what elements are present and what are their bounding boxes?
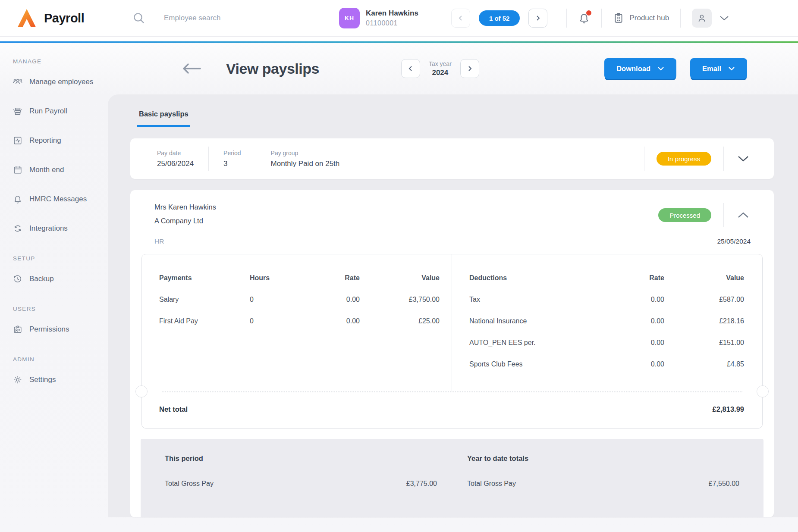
notifications-button[interactable] — [578, 12, 590, 24]
chart-icon — [13, 136, 22, 145]
payroll-logo-icon — [16, 8, 37, 28]
deduction-name: Sports Club Fees — [469, 354, 600, 375]
deduction-rate: 0.00 — [600, 310, 664, 332]
search-icon — [132, 11, 146, 25]
sidebar-item-hmrc-messages[interactable]: HMRC Messages — [13, 185, 108, 214]
bell-icon — [13, 194, 22, 204]
payment-value: £3,750.00 — [360, 289, 440, 310]
pager-count-pill: 1 of 52 — [479, 10, 520, 26]
top-nav-right: Product hub — [566, 9, 729, 28]
prev-employee-button[interactable] — [451, 9, 470, 28]
tab-basic-payslips[interactable]: Basic payslips — [137, 110, 190, 127]
net-total-row: Net total £2,813.99 — [142, 392, 762, 428]
sidebar-item-reporting[interactable]: Reporting — [13, 126, 108, 155]
sidebar-item-label: Manage employees — [29, 78, 93, 86]
tax-year-label: Tax year — [429, 60, 452, 67]
divider — [644, 147, 644, 171]
ticket-perforation — [142, 391, 762, 392]
status-badge-in-progress: In progress — [657, 152, 711, 166]
payslip-totals: This period Total Gross Pay £3,775.00 Ye… — [141, 439, 763, 517]
deduction-rate: 0.00 — [600, 354, 664, 375]
payslip-department: HR — [154, 238, 164, 245]
divider — [680, 9, 681, 28]
pay-date-label: Pay date — [157, 150, 194, 156]
this-period-title: This period — [165, 454, 437, 463]
tabs: Basic payslips — [130, 110, 774, 127]
sidebar-item-month-end[interactable]: Month end — [13, 155, 108, 185]
employee-number: 01100001 — [366, 19, 418, 27]
page-header: View payslips Tax year 2024 Downlo — [108, 43, 798, 94]
payslip-date: 25/05/2024 — [717, 238, 751, 245]
product-hub-button[interactable]: Product hub — [613, 13, 669, 24]
sidebar-item-settings[interactable]: Settings — [13, 365, 108, 394]
payslip-ticket: Payments Hours Rate Value Salary 0 0.00 … — [141, 254, 763, 429]
brand-name: Payroll — [44, 11, 84, 25]
sidebar-section-admin: ADMIN — [13, 356, 108, 363]
download-button[interactable]: Download — [604, 58, 676, 79]
deduction-value: £218.16 — [664, 310, 744, 332]
total-gross-pay-value: £3,775.00 — [406, 480, 437, 488]
pay-run-card: Pay date 25/06/2024 Period 3 Pay group M… — [130, 138, 774, 179]
deduction-value: £151.00 — [664, 332, 744, 354]
notification-dot — [586, 10, 591, 16]
payment-value: £25.00 — [360, 310, 440, 332]
payment-name: First Aid Pay — [159, 310, 250, 332]
pay-date-value: 25/06/2024 — [157, 160, 194, 168]
deduction-value: £4.85 — [664, 354, 744, 375]
sidebar-section-setup: SETUP — [13, 255, 108, 262]
total-gross-pay-label: Total Gross Pay — [165, 480, 214, 488]
sidebar-item-backup[interactable]: Backup — [13, 264, 108, 294]
sidebar-item-label: Integrations — [29, 224, 68, 233]
ytd-title: Year to date totals — [467, 454, 739, 463]
rate-header: Rate — [600, 267, 664, 289]
avatar: KH — [339, 8, 360, 28]
ticket-notch-right — [757, 385, 769, 397]
next-employee-button[interactable] — [528, 9, 547, 28]
sidebar-item-label: Reporting — [29, 136, 61, 145]
payments-table: Payments Hours Rate Value Salary 0 0.00 … — [159, 267, 440, 332]
product-hub-label: Product hub — [629, 14, 669, 22]
divider — [723, 203, 724, 227]
payslips-panel: Basic payslips Pay date 25/06/2024 Perio… — [108, 94, 798, 517]
employee-name: Karen Hawkins — [366, 9, 418, 18]
people-icon — [13, 77, 22, 87]
sidebar-item-run-payroll[interactable]: Run Payroll — [13, 97, 108, 126]
ytd-gross-pay-label: Total Gross Pay — [467, 480, 516, 488]
sidebar-item-integrations[interactable]: Integrations — [13, 214, 108, 243]
current-employee-chip[interactable]: KH Karen Hawkins 01100001 — [339, 8, 418, 28]
expand-pay-run-chevron-down-icon[interactable] — [736, 154, 751, 163]
sync-icon — [13, 224, 22, 233]
pay-group-value: Monthly Paid on 25th — [271, 160, 340, 168]
accent-strip — [0, 37, 798, 43]
payment-name: Salary — [159, 289, 250, 310]
back-arrow-button[interactable] — [182, 63, 201, 74]
tax-year-selector: Tax year 2024 — [401, 59, 479, 78]
next-tax-year-button[interactable] — [460, 59, 479, 78]
sidebar-item-label: Backup — [29, 275, 54, 283]
clipboard-icon — [613, 13, 624, 24]
sidebar-item-label: Month end — [29, 166, 64, 174]
deduction-value: £587.00 — [664, 289, 744, 310]
prev-tax-year-button[interactable] — [401, 59, 420, 78]
user-menu[interactable] — [692, 9, 729, 28]
sidebar-item-permissions[interactable]: Permissions — [13, 315, 108, 344]
page-title: View payslips — [226, 60, 319, 77]
sidebar-section-manage: MANAGE — [13, 58, 108, 65]
divider — [723, 147, 724, 171]
top-nav: Payroll KH Karen Hawkins 01100001 1 of 5… — [0, 0, 798, 37]
net-total-value: £2,813.99 — [713, 405, 744, 413]
payment-rate: 0.00 — [295, 289, 360, 310]
divider — [601, 9, 602, 28]
sidebar-item-manage-employees[interactable]: Manage employees — [13, 67, 108, 97]
period-label: Period — [223, 150, 241, 156]
collapse-payslip-chevron-up-icon[interactable] — [736, 210, 751, 220]
payment-hours: 0 — [250, 289, 295, 310]
email-button[interactable]: Email — [690, 58, 747, 79]
employee-search — [132, 11, 317, 25]
value-header: Value — [360, 267, 440, 289]
brand: Payroll — [16, 8, 120, 28]
period-value: 3 — [223, 160, 241, 168]
chevron-down-icon — [719, 16, 729, 21]
deduction-rate: 0.00 — [600, 332, 664, 354]
search-input[interactable] — [164, 14, 285, 22]
